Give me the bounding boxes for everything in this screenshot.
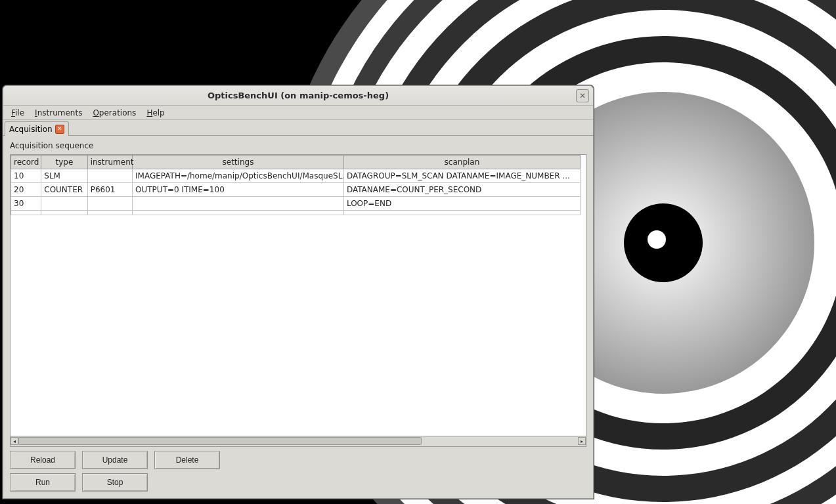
cell-scanplan[interactable]: LOOP=END [343,197,580,211]
cell-instrument[interactable] [87,169,132,183]
menu-operations[interactable]: Operations [87,107,141,119]
window-title: OpticsBenchUI (on manip-cemos-heg) [208,91,389,100]
cell-type[interactable] [41,211,87,215]
scroll-right-arrow-icon[interactable]: ▸ [578,437,586,445]
col-scanplan[interactable]: scanplan [343,156,580,169]
table-header-row: record type instrument settings scanplan [11,156,581,169]
cell-type[interactable]: COUNTER [41,183,87,197]
table-row[interactable]: 20 COUNTER P6601 OUTPUT=0 ITIME=100 DATA… [11,183,581,197]
cell-settings[interactable]: IMAGEPATH=/home/manip/OpticsBenchUI/Masq… [133,169,344,183]
scroll-left-arrow-icon[interactable]: ◂ [11,437,18,445]
close-icon: ✕ [579,91,586,100]
menu-help-label: elp [152,108,164,117]
run-button[interactable]: Run [10,473,76,492]
tab-label: Acquisition [9,125,53,134]
reload-button[interactable]: Reload [10,451,76,469]
cell-scanplan[interactable]: DATANAME=COUNT_PER_SECOND [343,183,580,197]
col-type[interactable]: type [41,156,87,169]
application-window: OpticsBenchUI (on manip-cemos-heg) ✕ Fil… [3,85,594,499]
col-record[interactable]: record [11,156,41,169]
acquisition-table: record type instrument settings scanplan… [10,154,586,436]
menu-instruments[interactable]: Instruments [30,107,87,119]
cell-record[interactable]: 10 [11,169,41,183]
cell-record[interactable]: 30 [11,197,41,211]
cell-scanplan[interactable] [343,211,580,215]
menu-file-label: ile [15,108,24,117]
stop-button[interactable]: Stop [82,473,148,492]
tab-acquisition[interactable]: Acquisition ✕ [5,121,69,136]
menu-operations-label: perations [99,108,137,117]
tabbar: Acquisition ✕ [3,120,593,136]
cell-instrument[interactable] [87,197,132,211]
titlebar[interactable]: OpticsBenchUI (on manip-cemos-heg) ✕ [3,86,593,106]
content-area: Acquisition sequence record type instrum… [3,136,593,498]
table-row[interactable] [11,211,581,215]
menu-file[interactable]: File [6,107,30,119]
tab-close-button[interactable]: ✕ [55,125,64,134]
cell-instrument[interactable]: P6601 [87,183,132,197]
window-close-button[interactable]: ✕ [576,89,589,102]
cell-settings[interactable]: OUTPUT=0 ITIME=100 [133,183,344,197]
close-icon: ✕ [57,126,62,132]
scroll-thumb[interactable] [18,437,422,445]
menu-instruments-label: nstruments [37,108,83,117]
cell-instrument[interactable] [87,211,132,215]
button-row-2: Run Stop [6,473,590,495]
col-instrument[interactable]: instrument [87,156,132,169]
horizontal-scrollbar[interactable]: ◂ ▸ [10,436,586,447]
col-settings[interactable]: settings [133,156,344,169]
cell-type[interactable]: SLM [41,169,87,183]
menu-help[interactable]: Help [141,107,169,119]
menubar: File Instruments Operations Help [3,106,593,120]
section-label: Acquisition sequence [6,138,590,153]
button-row-1: Reload Update Delete [6,447,590,473]
delete-button[interactable]: Delete [154,451,220,469]
cell-settings[interactable] [133,197,344,211]
table-row[interactable]: 30 LOOP=END [11,197,581,211]
cell-scanplan[interactable]: DATAGROUP=SLM_SCAN DATANAME=IMAGE_NUMBER… [343,169,580,183]
cell-settings[interactable] [133,211,344,215]
cell-record[interactable]: 20 [11,183,41,197]
table-row[interactable]: 10 SLM IMAGEPATH=/home/manip/OpticsBench… [11,169,581,183]
cell-record[interactable] [11,211,41,215]
update-button[interactable]: Update [82,451,148,469]
svg-point-12 [648,230,666,249]
cell-type[interactable] [41,197,87,211]
